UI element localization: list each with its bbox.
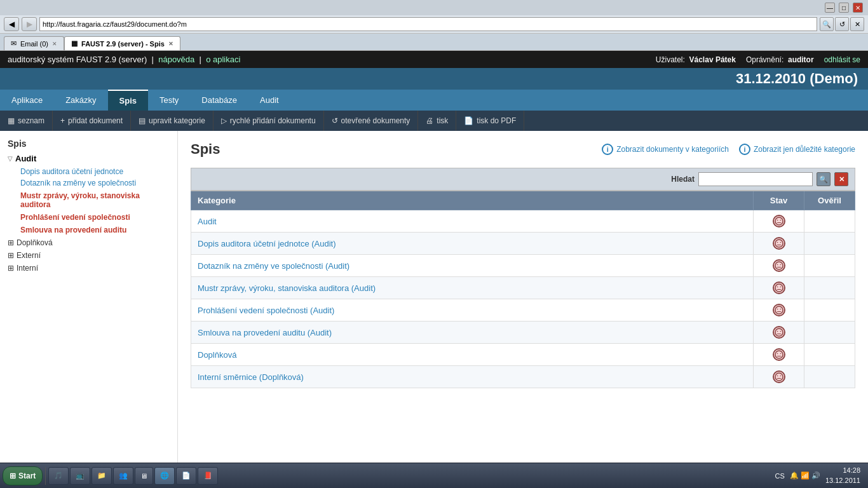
nav-zakazky[interactable]: Zakázky <box>54 90 107 110</box>
forward-button[interactable]: ▶ <box>22 17 37 31</box>
svg-point-17 <box>776 309 778 310</box>
toolbar-rychle-pridani[interactable]: ▷ rychlé přidání dokumentu <box>214 111 324 131</box>
cell-overil <box>804 322 855 344</box>
stop-icon[interactable]: ✕ <box>850 17 864 31</box>
o-aplikaci-link[interactable]: o aplikaci <box>206 55 240 64</box>
svg-point-13 <box>776 287 778 288</box>
sidebar-title: Spis <box>8 139 170 149</box>
table-row[interactable]: Dopis auditora účetní jednotce (Audit) <box>191 233 855 255</box>
table-row[interactable]: Audit <box>191 210 855 233</box>
tree-item-mustr[interactable]: Mustr zprávy, výroku, stanoviska auditor… <box>20 191 170 209</box>
tree-item-dopis[interactable]: Dopis auditora účetní jednotce <box>20 167 170 176</box>
taskbar-app-6[interactable]: 🌐 <box>154 467 175 485</box>
taskbar-app-8[interactable]: 📕 <box>198 467 218 485</box>
cell-overil <box>804 299 855 322</box>
tree-section-header-doplnkova[interactable]: ⊞ Doplňková <box>8 238 170 247</box>
taskbar-app-4[interactable]: 👥 <box>113 467 133 485</box>
search-input[interactable] <box>698 172 813 186</box>
cell-kategorie[interactable]: Prohlášení vedení společnosti (Audit) <box>191 299 754 322</box>
refresh-icon[interactable]: ↺ <box>835 17 849 31</box>
main-container: Spis ▽ Audit Dopis auditora účetní jedno… <box>0 131 868 482</box>
action-show-docs-categories[interactable]: i Zobrazit dokumenty v kategoriích <box>602 144 729 155</box>
taskbar-app-5[interactable]: 🖥 <box>135 467 153 485</box>
nav-databaze[interactable]: Databáze <box>190 90 248 110</box>
cell-kategorie[interactable]: Interní směrnice (Doplňková) <box>191 366 754 388</box>
napoveda-link[interactable]: nápověda <box>158 55 194 64</box>
app-date-bar: 31.12.2010 (Demo) <box>0 68 868 90</box>
svg-point-18 <box>780 309 781 310</box>
page-title: Spis <box>191 141 220 158</box>
taskbar-app-3[interactable]: 📁 <box>92 467 112 485</box>
cell-kategorie[interactable]: Doplňková <box>191 344 754 366</box>
expand-icon-doplnkova: ⊞ <box>8 238 14 247</box>
cell-kategorie[interactable]: Dopis auditora účetní jednotce (Audit) <box>191 233 754 255</box>
minimize-button[interactable]: — <box>825 3 835 13</box>
table-row[interactable]: Prohlášení vedení společnosti (Audit) <box>191 299 855 322</box>
tab-close-email[interactable]: ✕ <box>52 41 57 47</box>
data-table: Hledat 🔍 ✕ Kategorie Stav Ověřil Audit <box>191 168 855 388</box>
status-icon <box>773 215 785 227</box>
search-label: Hledat <box>671 175 695 184</box>
tab-email[interactable]: ✉ Email (0) ✕ <box>4 36 64 50</box>
tree-item-prohlaseni[interactable]: Prohlášení vedení společnosti <box>20 213 170 222</box>
toolbar-seznam[interactable]: ▦ seznam <box>0 111 53 131</box>
table-row[interactable]: Doplňková <box>191 344 855 366</box>
table-row[interactable]: Interní směrnice (Doplňková) <box>191 366 855 388</box>
table-row[interactable]: Mustr zprávy, výroku, stanoviska auditor… <box>191 277 855 299</box>
toolbar-pridat-dokument[interactable]: + přidat dokument <box>53 111 131 131</box>
svg-point-8 <box>775 262 783 269</box>
logout-link[interactable]: odhlásit se <box>824 55 860 64</box>
tree-section-header-externi[interactable]: ⊞ Externí <box>8 251 170 260</box>
back-button[interactable]: ◀ <box>4 17 19 31</box>
sidebar-tree: ▽ Audit Dopis auditora účetní jednotce D… <box>8 154 170 273</box>
address-bar[interactable] <box>39 17 817 31</box>
status-icon <box>773 370 785 383</box>
nav-aplikace[interactable]: Aplikace <box>0 90 54 110</box>
tree-section-header-interni[interactable]: ⊞ Interní <box>8 264 170 273</box>
browser-tabs: ✉ Email (0) ✕ ▦ FAUST 2.9 (server) - Spi… <box>0 34 868 50</box>
nav-testy[interactable]: Testy <box>148 90 190 110</box>
cell-stav <box>754 255 804 277</box>
toolbar-otevrene-dokumenty[interactable]: ↺ otevřené dokumenty <box>324 111 419 131</box>
tree-root-audit: ▽ Audit <box>8 154 170 163</box>
table-columns-header: Kategorie Stav Ověřil <box>191 191 855 210</box>
app-header-user: Uživatel: Václav Pátek Oprávnění: audito… <box>656 55 860 64</box>
svg-point-24 <box>775 351 783 358</box>
taskbar-app-1[interactable]: 🎵 <box>48 467 69 485</box>
search-button[interactable]: 🔍 <box>817 172 831 186</box>
tab-spis[interactable]: ▦ FAUST 2.9 (server) - Spis ✕ <box>64 36 180 50</box>
cell-overil <box>804 255 855 277</box>
tree-item-smlouva[interactable]: Smlouva na provedení auditu <box>20 226 170 234</box>
tree-item-dotaznik[interactable]: Dotazník na změny ve společnosti <box>20 179 170 187</box>
start-button[interactable]: ⊞ Start <box>3 466 43 485</box>
action-show-important-categories[interactable]: i Zobrazit jen důležité kategorie <box>739 144 855 155</box>
browser-toolbar-icons: 🔍 ↺ ✕ <box>820 17 864 31</box>
taskbar-time: 14:28 13.12.2011 <box>825 466 860 485</box>
svg-point-9 <box>776 264 778 266</box>
table-body: Audit Dopis auditora účetní jednotce (Au… <box>191 210 855 388</box>
cell-kategorie[interactable]: Dotazník na změny ve společnosti (Audit) <box>191 255 754 277</box>
taskbar-app-7[interactable]: 📄 <box>176 467 196 485</box>
status-icon <box>773 304 785 316</box>
maximize-button[interactable]: □ <box>839 3 849 13</box>
nav-audit[interactable]: Audit <box>248 90 290 110</box>
tree-expand-audit[interactable]: ▽ <box>8 155 13 162</box>
toolbar-tisk[interactable]: 🖨 tisk <box>418 111 456 131</box>
taskbar-app-2[interactable]: 📺 <box>70 467 90 485</box>
table-row[interactable]: Smlouva na provedení auditu (Audit) <box>191 322 855 344</box>
cell-kategorie[interactable]: Audit <box>191 210 754 233</box>
toolbar-upravit-kategorie[interactable]: ▤ upravit kategorie <box>131 111 214 131</box>
open-docs-icon: ↺ <box>332 116 338 125</box>
status-icon <box>773 237 785 250</box>
tab-close-spis[interactable]: ✕ <box>168 41 173 47</box>
search-clear-button[interactable]: ✕ <box>834 172 848 186</box>
tree-section-doplnkova: ⊞ Doplňková <box>8 238 170 247</box>
toolbar-tisk-pdf[interactable]: 📄 tisk do PDF <box>456 111 524 131</box>
cell-kategorie[interactable]: Smlouva na provedení auditu (Audit) <box>191 322 754 344</box>
cell-kategorie[interactable]: Mustr zprávy, výroku, stanoviska auditor… <box>191 277 754 299</box>
close-button[interactable]: ✕ <box>853 3 863 13</box>
search-icon[interactable]: 🔍 <box>820 17 834 31</box>
table-row[interactable]: Dotazník na změny ve společnosti (Audit) <box>191 255 855 277</box>
nav-spis[interactable]: Spis <box>108 90 148 111</box>
tree-root-label-audit[interactable]: Audit <box>15 154 36 163</box>
